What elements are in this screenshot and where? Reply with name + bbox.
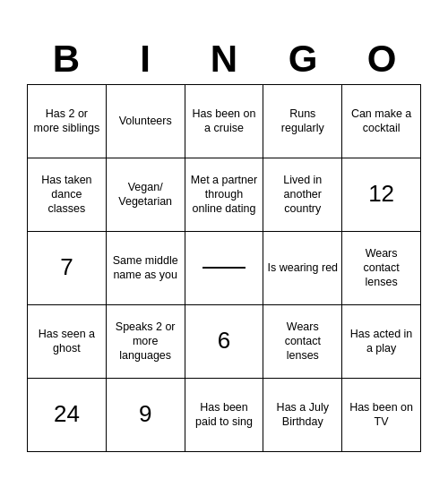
header-i: I — [106, 36, 185, 82]
bingo-cell-r1c5[interactable]: Can make a cocktail — [342, 85, 421, 158]
bingo-cell-r4c5[interactable]: Has acted in a play — [342, 305, 421, 379]
free-space-line — [202, 267, 245, 269]
bingo-grid: Has 2 or more siblingsVolunteersHas been… — [27, 84, 421, 452]
bingo-cell-r4c3[interactable]: 6 — [185, 305, 264, 379]
bingo-cell-r1c2[interactable]: Volunteers — [107, 85, 185, 158]
bingo-cell-r4c4[interactable]: Wears contact lenses — [263, 305, 342, 379]
bingo-cell-r3c2[interactable]: Same middle name as you — [107, 232, 185, 305]
bingo-cell-r2c3[interactable]: Met a partner through online dating — [185, 158, 264, 232]
bingo-cell-r4c1[interactable]: Has seen a ghost — [28, 305, 107, 379]
bingo-cell-r3c3[interactable] — [185, 232, 264, 305]
bingo-cell-r1c3[interactable]: Has been on a cruise — [185, 85, 264, 158]
bingo-cell-r3c1[interactable]: 7 — [28, 232, 107, 305]
bingo-cell-r5c4[interactable]: Has a July Birthday — [263, 379, 342, 452]
bingo-cell-r5c5[interactable]: Has been on TV — [342, 379, 421, 452]
bingo-cell-r5c3[interactable]: Has been paid to sing — [185, 379, 264, 452]
bingo-cell-r5c1[interactable]: 24 — [28, 379, 107, 452]
bingo-cell-r2c2[interactable]: Vegan/ Vegetarian — [107, 158, 185, 232]
bingo-cell-r5c2[interactable]: 9 — [107, 379, 185, 452]
bingo-cell-r3c5[interactable]: Wears contact lenses — [342, 232, 421, 305]
bingo-cell-r2c4[interactable]: Lived in another country — [263, 158, 342, 232]
bingo-cell-r4c2[interactable]: Speaks 2 or more languages — [107, 305, 185, 379]
bingo-cell-r2c1[interactable]: Has taken dance classes — [28, 158, 107, 232]
bingo-cell-r1c4[interactable]: Runs regularly — [263, 85, 342, 158]
bingo-cell-r1c1[interactable]: Has 2 or more siblings — [28, 85, 107, 158]
bingo-header: B I N G O — [27, 36, 421, 82]
header-o: O — [342, 36, 421, 82]
bingo-cell-r2c5[interactable]: 12 — [342, 158, 421, 232]
bingo-card: B I N G O Has 2 or more siblingsVoluntee… — [18, 27, 430, 461]
bingo-cell-r3c4[interactable]: Is wearing red — [263, 232, 342, 305]
header-n: N — [185, 36, 263, 82]
header-g: G — [263, 36, 342, 82]
header-b: B — [27, 36, 106, 82]
